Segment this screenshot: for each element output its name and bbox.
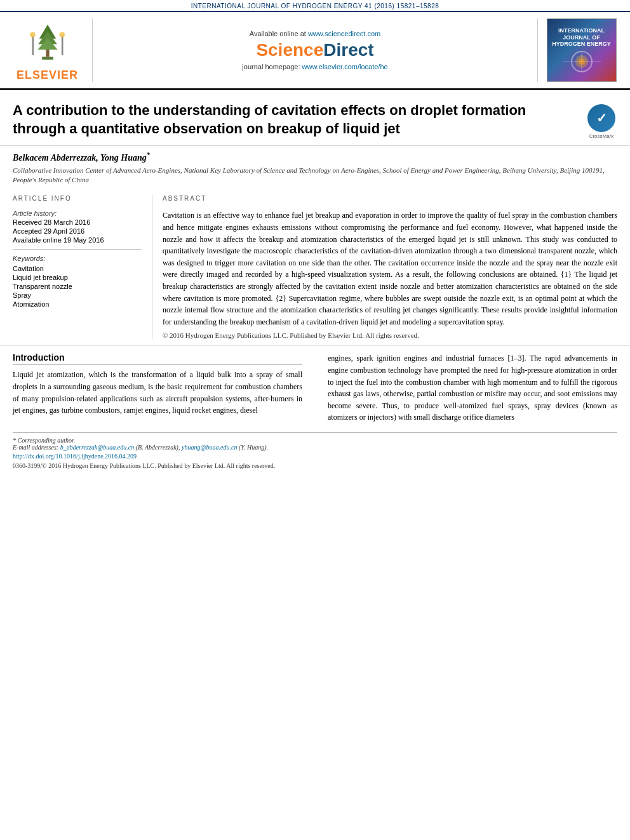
email1-name: (B. Abderrezzak),: [136, 444, 180, 451]
crossmark-label: CrossMark: [589, 133, 614, 139]
journal-homepage-link[interactable]: www.elsevier.com/locate/he: [302, 63, 388, 70]
accepted-date: Accepted 29 April 2016: [13, 227, 142, 235]
abstract-column: ABSTRACT Cavitation is an effective way …: [152, 195, 617, 339]
available-online-label: Available online at www.sciencedirect.co…: [250, 30, 380, 37]
doi-line: http://dx.doi.org/10.1016/j.ijhydene.201…: [13, 451, 617, 461]
science-text: Science: [256, 40, 323, 60]
sciencedirect-link[interactable]: www.sciencedirect.com: [308, 30, 380, 37]
svg-point-8: [59, 32, 65, 37]
authors-section: Belkacem Abderrezzak, Yong Huang* Collab…: [0, 146, 630, 189]
elsevier-logo-area: ELSEVIER: [10, 18, 93, 82]
keyword-1: Cavitation: [13, 265, 142, 272]
main-two-col: Introduction Liquid jet atomization, whi…: [13, 352, 617, 423]
history-label: Article history:: [13, 210, 142, 217]
crossmark-area: ✓ CrossMark: [586, 104, 617, 139]
affiliation: Collaborative Innovation Center of Advan…: [13, 166, 617, 185]
footer-copyright: 0360-3199/© 2016 Hydrogen Energy Publica…: [13, 462, 617, 469]
email2-link[interactable]: yhuang@buaa.edu.cn: [182, 444, 238, 451]
authors: Belkacem Abderrezzak, Yong Huang*: [13, 151, 617, 163]
journal-cover-title: International Journal of HYDROGEN ENERGY: [550, 27, 613, 48]
elsevier-brand-text: ELSEVIER: [17, 69, 78, 82]
keyword-5: Atomization: [13, 300, 142, 308]
header-center: Available online at www.sciencedirect.co…: [100, 18, 530, 82]
footer-section: * Corresponding author. E-mail addresses…: [13, 432, 617, 469]
abstract-text: Cavitation is an effective way to enhanc…: [163, 210, 617, 328]
article-info-abstract-section: ARTICLE INFO Article history: Received 2…: [0, 189, 630, 346]
abstract-copyright: © 2016 Hydrogen Energy Publications LLC.…: [163, 331, 617, 339]
available-online-date: Available online 19 May 2016: [13, 236, 142, 244]
intro-paragraph-2: engines, spark ignition engines and indu…: [328, 352, 617, 423]
keyword-3: Transparent nozzle: [13, 283, 142, 290]
introduction-heading: Introduction: [13, 352, 302, 365]
elsevier-tree-icon: [25, 19, 70, 63]
footer-email-line: E-mail addresses: b_abderrezzak@buaa.edu…: [13, 444, 617, 451]
sciencedirect-logo: ScienceDirect: [256, 40, 373, 60]
intro-paragraph-1: Liquid jet atomization, which is the tra…: [13, 369, 302, 416]
email2-name: (Y. Huang).: [239, 444, 268, 451]
email1-link[interactable]: b_abderrezzak@buaa.edu.cn: [60, 444, 135, 451]
direct-text: Direct: [323, 40, 373, 60]
journal-cover-graphic: [563, 48, 601, 73]
author-names: Belkacem Abderrezzak, Yong Huang: [13, 153, 147, 163]
svg-point-6: [30, 32, 36, 37]
svg-rect-7: [61, 36, 63, 55]
email-label: E-mail addresses:: [13, 444, 58, 451]
elsevier-logo: ELSEVIER: [17, 19, 78, 82]
article-title: A contribution to the understanding of c…: [13, 102, 575, 138]
corresponding-note: * Corresponding author.: [13, 437, 617, 444]
journal-cover-area: International Journal of HYDROGEN ENERGY: [537, 18, 620, 82]
banner-text: INTERNATIONAL JOURNAL OF HYDROGEN ENERGY…: [191, 3, 439, 10]
keyword-4: Spray: [13, 291, 142, 299]
journal-homepage-label: journal homepage:: [242, 63, 300, 70]
article-info-column: ARTICLE INFO Article history: Received 2…: [13, 195, 152, 339]
available-online-text: Available online at: [250, 30, 306, 37]
article-title-area: A contribution to the understanding of c…: [13, 102, 575, 138]
svg-rect-5: [32, 36, 34, 55]
article-info-header: ARTICLE INFO: [13, 195, 142, 204]
abstract-header: ABSTRACT: [163, 195, 617, 204]
corresponding-mark: *: [147, 151, 150, 158]
doi-link[interactable]: http://dx.doi.org/10.1016/j.ijhydene.201…: [13, 453, 137, 460]
crossmark-icon: ✓: [587, 104, 615, 132]
received-date: Received 28 March 2016: [13, 218, 142, 226]
journal-homepage-area: journal homepage: www.elsevier.com/locat…: [242, 63, 387, 70]
article-title-section: A contribution to the understanding of c…: [0, 90, 630, 146]
journal-header: ELSEVIER Available online at www.science…: [0, 12, 630, 90]
info-divider: [13, 249, 142, 250]
svg-rect-0: [42, 57, 53, 59]
main-right-col: engines, spark ignition engines and indu…: [321, 352, 617, 423]
journal-banner: INTERNATIONAL JOURNAL OF HYDROGEN ENERGY…: [0, 0, 630, 12]
main-content: Introduction Liquid jet atomization, whi…: [0, 346, 630, 423]
keyword-2: Liquid jet breakup: [13, 274, 142, 281]
keywords-label: Keywords:: [13, 255, 142, 262]
journal-cover: International Journal of HYDROGEN ENERGY: [547, 18, 617, 82]
main-left-col: Introduction Liquid jet atomization, whi…: [13, 352, 309, 423]
